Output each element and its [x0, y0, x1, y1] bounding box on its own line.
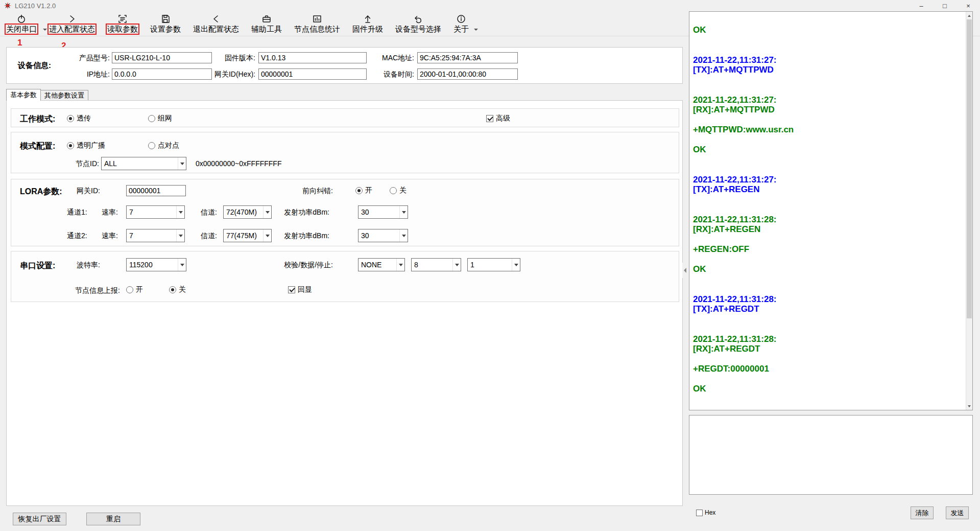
scroll-up-button[interactable]	[966, 12, 972, 19]
log-line: OK	[693, 145, 964, 155]
log-line: 2021-11-22,11:31:27:	[693, 175, 964, 185]
tab-other-params[interactable]: 其他参数设置	[40, 90, 88, 101]
channel2-power-select[interactable]: 30	[358, 229, 408, 242]
log-line	[693, 35, 964, 45]
panel-splitter[interactable]	[682, 263, 688, 278]
log-line	[693, 75, 964, 85]
baud-select[interactable]: 115200	[126, 258, 186, 271]
annotation-1: 1	[17, 38, 22, 48]
radio-node-report-on[interactable]: 开	[126, 285, 143, 294]
log-line: +REGEN:OFF	[693, 244, 964, 255]
log-line: [TX]:AT+REGEN	[693, 184, 964, 195]
up-arrow-icon	[968, 15, 971, 17]
firmware-input[interactable]	[258, 52, 367, 63]
parity-select[interactable]: NONE	[358, 258, 405, 271]
toolbar-button-close-serial[interactable]: 关闭串口	[6, 13, 37, 34]
radio-broadcast[interactable]: 透明广播	[67, 141, 105, 150]
log-scrollbar[interactable]	[966, 12, 972, 410]
minimize-button[interactable]: –	[910, 0, 933, 11]
scroll-down-button[interactable]	[966, 402, 972, 410]
power-label: 发射功率dBm:	[280, 232, 329, 241]
checkbox-label: 回显	[298, 285, 312, 294]
toolbar-button-read-params[interactable]: 读取参数	[107, 13, 138, 34]
ip-input[interactable]	[112, 68, 212, 80]
lora-params-section: LORA参数: 网关ID: 前向纠错: 开 关 通道1: 速率: 7 信道: 7…	[11, 179, 679, 246]
mac-label: MAC地址:	[367, 54, 414, 63]
power-label: 发射功率dBm:	[280, 208, 329, 217]
radio-fec-on[interactable]: 开	[355, 186, 372, 195]
radio-label: 关	[179, 285, 186, 294]
scroll-thumb[interactable]	[967, 19, 972, 318]
chevron-right-icon	[67, 13, 77, 24]
gateway-id-hex-input[interactable]	[258, 68, 367, 80]
radio-transparent-mode[interactable]: 透传	[67, 114, 91, 123]
checkbox-advanced[interactable]: 高级	[486, 114, 510, 123]
radio-node-report-off[interactable]: 关	[169, 285, 186, 294]
param-tabs: 基本参数 其他参数设置	[6, 89, 88, 101]
device-time-label: 设备时间:	[367, 70, 414, 79]
toolbar-button-about[interactable]: 关于	[453, 13, 469, 34]
log-line: +REGDT:00000001	[693, 364, 964, 374]
checkbox-hex[interactable]: Hex	[696, 509, 715, 516]
log-line	[693, 274, 964, 285]
chevron-down-icon	[263, 206, 271, 218]
log-output[interactable]: OK 2021-11-22,11:31:27: [TX]:AT+MQTTPWD …	[689, 11, 973, 410]
device-time-input[interactable]	[417, 68, 518, 80]
node-report-label: 节点信息上报:	[69, 286, 120, 295]
toolbar-button-set-params[interactable]: 设置参数	[150, 13, 181, 34]
power-icon	[16, 13, 27, 24]
channel1-rate-select[interactable]: 7	[126, 205, 185, 219]
log-line	[693, 255, 964, 265]
chevron-left-icon	[211, 13, 221, 24]
info-icon	[456, 13, 466, 24]
tab-basic-params[interactable]: 基本参数	[6, 89, 41, 101]
maximize-button[interactable]: □	[933, 0, 957, 11]
stats-icon	[312, 13, 322, 24]
close-button[interactable]: ×	[957, 0, 980, 11]
chevron-down-icon	[452, 259, 461, 271]
gateway-id-input[interactable]	[126, 185, 186, 196]
restart-button[interactable]: 重启	[86, 513, 140, 525]
channel2-rate-select[interactable]: 7	[126, 229, 185, 242]
mac-input[interactable]	[417, 52, 518, 63]
toolbar-button-exit-config[interactable]: 退出配置状态	[193, 13, 239, 34]
clear-button[interactable]: 清除	[911, 506, 934, 519]
send-button[interactable]: 发送	[946, 506, 969, 519]
toolbar-button-firmware-upgrade[interactable]: 固件升级	[352, 13, 383, 34]
send-input[interactable]	[689, 415, 973, 495]
toolbar-button-node-stats[interactable]: 节点信息统计	[294, 13, 340, 34]
close-serial-dropdown-caret-icon[interactable]	[43, 29, 47, 31]
log-line: 2021-11-22,11:31:27:	[693, 95, 964, 105]
stop-bits-select[interactable]: 1	[467, 258, 520, 271]
log-line	[693, 195, 964, 205]
product-model-label: 产品型号:	[63, 54, 110, 63]
channel2-channel-select[interactable]: 77(475M)	[223, 229, 272, 242]
channel-label: 信道:	[198, 208, 217, 217]
product-model-input[interactable]	[112, 52, 212, 63]
factory-reset-button[interactable]: 恢复出厂设置	[13, 513, 66, 525]
radio-label: 透传	[77, 114, 91, 123]
checkbox-icon	[288, 286, 295, 293]
toolbar-button-aux-tools[interactable]: 辅助工具	[251, 13, 282, 34]
channel1-channel-select[interactable]: 72(470M)	[223, 205, 272, 219]
chevron-down-icon	[176, 229, 184, 242]
radio-p2p[interactable]: 点对点	[148, 141, 179, 150]
checkbox-echo[interactable]: 回显	[288, 285, 312, 294]
log-line: OK	[693, 264, 964, 274]
toolbar-button-enter-config[interactable]: 进入配置状态	[49, 13, 95, 34]
window-title: LG210 V1.2.0	[15, 2, 56, 10]
window-controls: – □ ×	[910, 0, 980, 11]
channel1-power-select[interactable]: 30	[358, 205, 408, 219]
radio-label: 开	[136, 285, 143, 294]
serial-settings-title: 串口设置:	[20, 261, 55, 271]
node-id-range-hint: 0x00000000~0xFFFFFFFF	[196, 159, 281, 168]
chevron-down-icon	[396, 259, 404, 271]
log-line	[693, 115, 964, 125]
about-dropdown-caret-icon[interactable]	[474, 29, 478, 31]
data-bits-select[interactable]: 8	[411, 258, 461, 271]
toolbar-button-model-select[interactable]: 设备型号选择	[395, 13, 441, 34]
log-line	[693, 155, 964, 165]
node-id-select[interactable]: ALL	[101, 157, 186, 170]
radio-fec-off[interactable]: 关	[390, 186, 407, 195]
radio-network-mode[interactable]: 组网	[148, 114, 172, 123]
